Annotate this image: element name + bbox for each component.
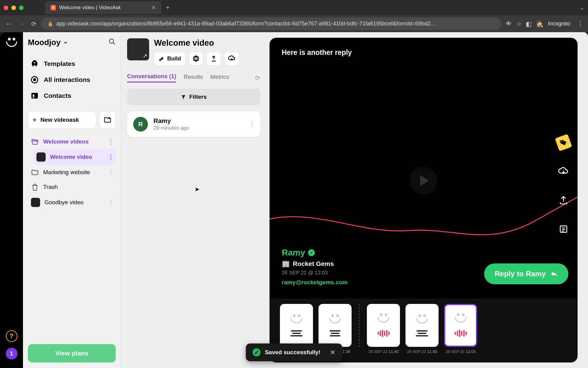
new-videoask-label: New videoask (40, 117, 79, 123)
svg-point-5 (33, 94, 35, 96)
fullscreen-window-icon[interactable] (19, 6, 24, 10)
conversation-name: Ramy (153, 117, 189, 125)
download-button[interactable] (224, 52, 239, 66)
conversations-column: Welcome video Build (121, 32, 266, 368)
item-welcome-video[interactable]: Welcome video ⋮ (33, 149, 116, 165)
conversation-card[interactable]: R Ramy 29 minutes ago ⋮ (127, 111, 260, 137)
tab-favicon-icon: 😊 (51, 5, 56, 10)
app-root: ? 1 Moodjoy Templates All interactions C… (0, 32, 588, 368)
tracking-icon[interactable]: 👁 (506, 20, 512, 27)
close-tab-icon[interactable]: ✕ (151, 4, 156, 11)
app-rail: ? 1 (0, 32, 23, 368)
contact-timestamp: 26 SEP 22 @ 12:03 (282, 270, 348, 276)
contact-name-text: Ramy (282, 248, 305, 258)
browser-menu-icon[interactable]: ⋮ (577, 20, 584, 28)
form-thumbnail[interactable] (127, 38, 149, 60)
back-icon[interactable]: ← (4, 20, 13, 28)
folder-marketing[interactable]: Marketing website ⋮ (28, 165, 116, 180)
download-icon[interactable] (557, 165, 570, 178)
view-plans-label: View plans (55, 350, 88, 357)
contact-email[interactable]: ramy@rocketgems.com (282, 279, 348, 286)
response-thumb[interactable]: 26 SEP 2211:40 (405, 304, 439, 354)
conversation-time: 29 minutes ago (153, 125, 189, 131)
incognito-icon: 🕵 (536, 20, 544, 28)
video-thumb-icon (31, 198, 40, 207)
reload-icon[interactable]: ⟳ (31, 20, 36, 28)
response-thumb[interactable]: 26 SEP 2211:40 (367, 304, 400, 354)
svg-point-1 (34, 62, 36, 63)
reply-label: Reply to Ramy (495, 270, 546, 278)
folder-open-icon (31, 138, 39, 146)
extensions-icon[interactable]: ◧ (526, 20, 532, 28)
folder-welcome-videos[interactable]: Welcome videos ⋮ (28, 134, 116, 149)
tabs: Conversations (1) Results Metrics ⟳ (127, 73, 260, 82)
plus-icon: + (32, 116, 37, 124)
reply-button[interactable]: Reply to Ramy (484, 263, 568, 284)
contact-org: 🏢 Rocket Gems (282, 260, 348, 267)
folder-label: Marketing website (43, 169, 90, 176)
tab-conversations[interactable]: Conversations (1) (127, 73, 176, 82)
filters-label: Filters (189, 94, 207, 100)
close-window-icon[interactable] (4, 6, 8, 10)
thumb-timestamp: 26 SEP 2211:40 (367, 349, 400, 354)
tab-overflow-icon[interactable]: ⌄ (580, 4, 584, 11)
text-type-icon (290, 330, 303, 336)
help-icon[interactable]: ? (6, 330, 17, 342)
more-icon[interactable]: ⋮ (108, 153, 114, 161)
form-title: Welcome video (154, 38, 239, 48)
audio-type-icon (455, 329, 467, 337)
bookmark-icon[interactable]: ☆ (516, 20, 522, 28)
more-icon[interactable]: ⋮ (108, 169, 114, 176)
minimize-window-icon[interactable] (11, 6, 16, 10)
share-icon[interactable] (557, 194, 570, 207)
view-plans-button[interactable]: View plans (28, 344, 116, 362)
detail-panel: Here is another reply (266, 32, 588, 368)
embed-button[interactable] (189, 52, 203, 66)
svg-point-3 (34, 79, 36, 81)
build-button[interactable]: Build (154, 52, 186, 66)
contacts-icon (30, 91, 39, 100)
svg-rect-4 (32, 93, 38, 99)
share-button[interactable] (206, 52, 221, 66)
org-switcher[interactable]: Moodjoy (28, 38, 68, 47)
more-icon[interactable]: ⋮ (108, 199, 114, 206)
window-controls[interactable] (4, 6, 24, 10)
browser-toolbar: ← → ⟳ 🔒 app.videoask.com/app/organizatio… (0, 15, 588, 32)
nav-contacts[interactable]: Contacts (28, 88, 116, 104)
divider (359, 304, 360, 347)
new-videoask-button[interactable]: + New videoask (28, 111, 96, 129)
lock-icon: 🔒 (47, 21, 53, 27)
address-bar[interactable]: 🔒 app.videoask.com/app/organizations/8b9… (41, 17, 501, 30)
filters-button[interactable]: Filters (127, 89, 260, 105)
logo-icon[interactable] (5, 38, 18, 51)
tag-icon[interactable] (555, 134, 572, 151)
more-icon[interactable]: ⋮ (249, 120, 255, 128)
nav-interactions[interactable]: All interactions (28, 72, 116, 88)
folder-plus-icon (104, 116, 111, 124)
close-toast-icon[interactable]: ✕ (330, 349, 335, 356)
refresh-icon[interactable]: ⟳ (255, 74, 260, 82)
cloud-download-icon (228, 55, 236, 62)
tab-metrics[interactable]: Metrics (210, 74, 229, 82)
search-icon[interactable] (108, 38, 116, 47)
caption-text: Here is another reply (282, 48, 352, 57)
nav-templates[interactable]: Templates (28, 56, 116, 72)
success-icon: ✓ (253, 348, 261, 356)
contact-org-text: Rocket Gems (293, 260, 334, 267)
folder-trash[interactable]: Trash (28, 180, 116, 194)
video-player: Here is another reply (270, 38, 578, 362)
verified-icon: ✓ (308, 249, 315, 256)
url-text: app.videoask.com/app/organizations/8b955… (56, 21, 435, 27)
play-button[interactable] (410, 167, 437, 194)
tab-results[interactable]: Results (183, 74, 203, 82)
more-icon[interactable]: ⋮ (108, 138, 114, 145)
new-tab-icon[interactable]: + (166, 4, 170, 11)
transcript-icon[interactable] (557, 222, 570, 236)
browser-tab[interactable]: 😊 Welcome video | VideoAsk ✕ (45, 1, 161, 14)
response-thumb-selected[interactable]: 26 SEP 2212:03 (444, 304, 477, 354)
forward-icon: → (18, 20, 27, 28)
wrench-icon (159, 56, 165, 62)
item-goodbye-video[interactable]: Goodbye video ⋮ (28, 194, 116, 210)
notification-badge[interactable]: 1 (6, 348, 17, 359)
new-folder-button[interactable] (99, 111, 116, 129)
